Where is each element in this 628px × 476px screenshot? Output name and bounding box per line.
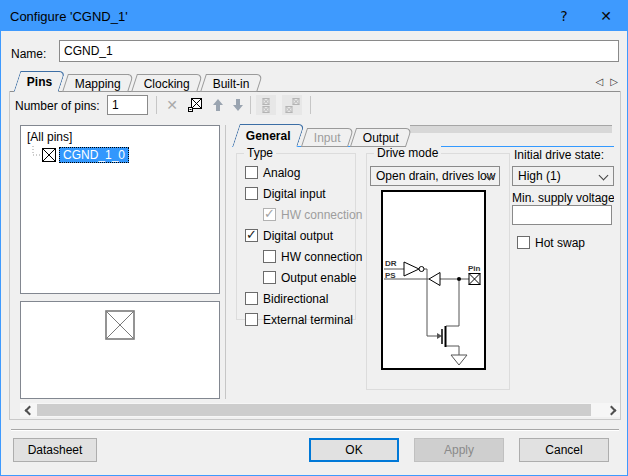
checkbox-row-hw-connection: HW connection	[263, 204, 355, 225]
tab-label: General	[246, 129, 291, 143]
main-tab-strip: PinsMappingClockingBuilt-in ◁ ▷	[9, 69, 621, 92]
tree-connector-icon	[25, 146, 42, 164]
move-pin-down-icon	[228, 95, 248, 115]
tab-label: Built-in	[213, 77, 250, 91]
chevron-down-icon	[599, 171, 609, 181]
checkbox-hw-connection	[263, 208, 276, 221]
hot-swap-label: Hot swap	[535, 236, 585, 250]
delete-pin-icon: ✕	[162, 95, 182, 115]
move-pin-up-icon	[208, 95, 228, 115]
tab-label: Input	[314, 131, 341, 145]
min-supply-voltage-input[interactable]	[512, 205, 612, 225]
ok-button[interactable]: OK	[309, 438, 399, 462]
group-pins-icon	[256, 95, 276, 115]
checkbox-bidirectional[interactable]	[245, 292, 258, 305]
close-button[interactable]: ✕	[585, 1, 627, 31]
inner-tab-output[interactable]: Output	[350, 128, 412, 147]
checkbox-row-hw-connection: HW connection	[263, 246, 355, 267]
tree-item-all-pins[interactable]: [All pins]	[25, 129, 215, 145]
drive-mode-diagram: DR PS Pin	[381, 190, 486, 370]
hot-swap-row: Hot swap	[517, 232, 585, 253]
inner-tab-strip: GeneralInputOutput	[232, 123, 614, 147]
type-group: Type AnalogDigital inputHW connectionDig…	[236, 153, 356, 320]
pins-tab-page: Number of pins: ✕	[9, 91, 621, 420]
checkbox-label: HW connection	[281, 250, 362, 264]
drive-mode-value: Open drain, drives low	[376, 169, 495, 183]
tab-label: Clocking	[144, 77, 190, 91]
add-pin-icon[interactable]	[186, 95, 206, 115]
diagram-pin-label: Pin	[468, 264, 481, 273]
help-button[interactable]: ?	[543, 1, 585, 31]
titlebar: Configure 'CGND_1' ? ✕	[1, 1, 627, 31]
min-supply-voltage-label: Min. supply voltage:	[512, 191, 614, 205]
ungroup-pins-icon	[282, 95, 302, 115]
toolbar-separator	[156, 96, 157, 114]
diagram-ps-label: PS	[385, 271, 396, 280]
cancel-button[interactable]: Cancel	[519, 438, 609, 462]
checkbox-hw-connection[interactable]	[263, 250, 276, 263]
pin-icon	[42, 148, 56, 162]
initial-drive-state-label: Initial drive state:	[514, 148, 604, 162]
toolbar-separator	[250, 96, 251, 114]
checkbox-row-digital-input: Digital input	[245, 183, 355, 204]
scrollbar-thumb[interactable]	[37, 404, 591, 416]
name-label: Name:	[11, 47, 46, 61]
apply-button: Apply	[414, 438, 504, 462]
tab-label: Pins	[27, 75, 52, 89]
checkbox-hot-swap[interactable]	[517, 236, 530, 249]
pin-symbol-icon	[105, 310, 135, 340]
checkbox-analog[interactable]	[245, 166, 258, 179]
diagram-dr-label: DR	[385, 259, 397, 268]
window-title: Configure 'CGND_1'	[10, 9, 128, 24]
tab-label: Output	[363, 131, 399, 145]
checkbox-output-enable[interactable]	[263, 271, 276, 284]
checkbox-label: HW connection	[281, 208, 362, 222]
drive-mode-title: Drive mode	[374, 146, 441, 160]
tab-built-in[interactable]: Built-in	[200, 74, 263, 92]
scroll-left-icon[interactable]	[20, 403, 35, 417]
inner-tab-input: Input	[301, 128, 354, 147]
tab-channel	[410, 125, 612, 133]
checkbox-label: External terminal	[263, 313, 353, 327]
drive-mode-select[interactable]: Open drain, drives low	[370, 166, 500, 186]
inner-tab-general[interactable]: General	[232, 124, 304, 147]
configure-pin-dialog: Configure 'CGND_1' ? ✕ Name: PinsMapping…	[0, 0, 628, 476]
initial-drive-state-select[interactable]: High (1)	[512, 166, 614, 186]
tab-mapping[interactable]: Mapping	[62, 74, 134, 92]
checkbox-row-external-terminal: External terminal	[245, 309, 355, 330]
footer-separator	[11, 429, 619, 431]
datasheet-button[interactable]: Datasheet	[13, 438, 97, 462]
number-of-pins-label: Number of pins:	[15, 99, 100, 113]
horizontal-scrollbar[interactable]	[20, 403, 620, 417]
tab-scroll-left-icon[interactable]: ◁	[596, 76, 604, 87]
checkbox-label: Digital output	[263, 229, 333, 243]
tab-clocking[interactable]: Clocking	[131, 74, 203, 92]
checkbox-digital-output[interactable]	[245, 229, 258, 242]
checkbox-row-digital-output: Digital output	[245, 225, 355, 246]
checkbox-external-terminal[interactable]	[245, 313, 258, 326]
checkbox-label: Output enable	[281, 271, 356, 285]
pin-symbol-preview	[20, 301, 220, 399]
panel-splitter[interactable]	[225, 125, 226, 399]
checkbox-label: Analog	[263, 166, 300, 180]
tab-pins[interactable]: Pins	[14, 71, 66, 92]
tab-label: Mapping	[75, 77, 121, 91]
tree-item-selected-pin[interactable]: CGND_1_0	[59, 147, 129, 163]
type-group-title: Type	[244, 146, 276, 160]
initial-drive-state-value: High (1)	[518, 169, 561, 183]
scroll-right-icon[interactable]	[605, 403, 620, 417]
tab-scroll-right-icon[interactable]: ▷	[610, 76, 618, 87]
checkbox-label: Digital input	[263, 187, 326, 201]
checkbox-row-analog: Analog	[245, 162, 355, 183]
checkbox-digital-input[interactable]	[245, 187, 258, 200]
number-of-pins-input[interactable]	[107, 95, 148, 115]
toolbar-separator	[310, 96, 311, 114]
checkbox-label: Bidirectional	[263, 292, 328, 306]
name-input[interactable]	[59, 40, 619, 62]
tree-row: CGND_1_0	[25, 146, 215, 164]
checkbox-row-bidirectional: Bidirectional	[245, 288, 355, 309]
checkbox-row-output-enable: Output enable	[263, 267, 355, 288]
pin-tree: [All pins] CGND_1_0	[20, 125, 220, 294]
